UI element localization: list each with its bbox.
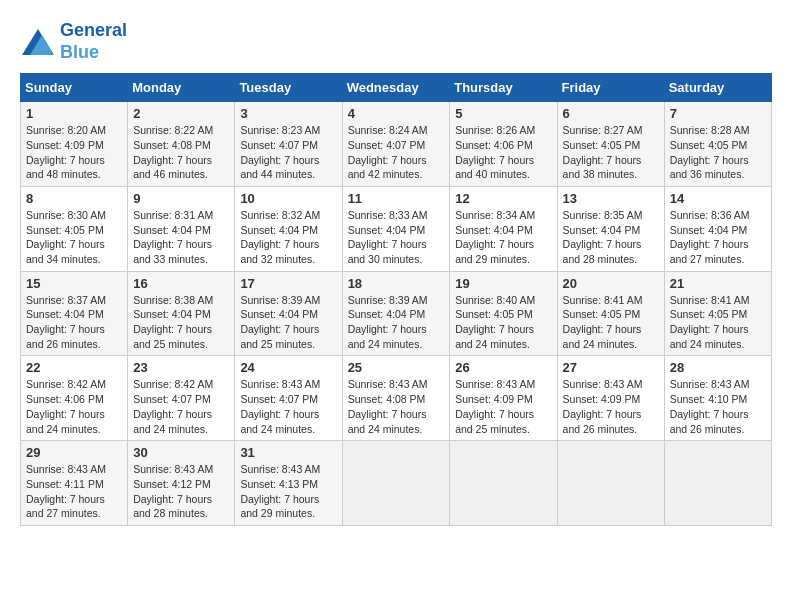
day-number: 4 [348,106,445,121]
calendar-table: SundayMondayTuesdayWednesdayThursdayFrid… [20,73,772,526]
day-info: Sunrise: 8:43 AMSunset: 4:12 PMDaylight:… [133,462,229,521]
day-info: Sunrise: 8:43 AMSunset: 4:09 PMDaylight:… [563,377,659,436]
day-number: 28 [670,360,766,375]
day-number: 3 [240,106,336,121]
day-number: 9 [133,191,229,206]
day-info: Sunrise: 8:27 AMSunset: 4:05 PMDaylight:… [563,123,659,182]
day-number: 7 [670,106,766,121]
day-info: Sunrise: 8:41 AMSunset: 4:05 PMDaylight:… [563,293,659,352]
day-number: 8 [26,191,122,206]
calendar-cell: 9Sunrise: 8:31 AMSunset: 4:04 PMDaylight… [128,186,235,271]
day-number: 5 [455,106,551,121]
logo-text: General Blue [60,20,127,63]
calendar-cell: 25Sunrise: 8:43 AMSunset: 4:08 PMDayligh… [342,356,450,441]
calendar-cell: 2Sunrise: 8:22 AMSunset: 4:08 PMDaylight… [128,102,235,187]
day-info: Sunrise: 8:39 AMSunset: 4:04 PMDaylight:… [348,293,445,352]
calendar-cell: 1Sunrise: 8:20 AMSunset: 4:09 PMDaylight… [21,102,128,187]
calendar-cell: 13Sunrise: 8:35 AMSunset: 4:04 PMDayligh… [557,186,664,271]
day-number: 30 [133,445,229,460]
day-info: Sunrise: 8:38 AMSunset: 4:04 PMDaylight:… [133,293,229,352]
week-row-5: 29Sunrise: 8:43 AMSunset: 4:11 PMDayligh… [21,441,772,526]
calendar-cell: 30Sunrise: 8:43 AMSunset: 4:12 PMDayligh… [128,441,235,526]
day-info: Sunrise: 8:22 AMSunset: 4:08 PMDaylight:… [133,123,229,182]
day-info: Sunrise: 8:34 AMSunset: 4:04 PMDaylight:… [455,208,551,267]
day-info: Sunrise: 8:26 AMSunset: 4:06 PMDaylight:… [455,123,551,182]
calendar-cell: 27Sunrise: 8:43 AMSunset: 4:09 PMDayligh… [557,356,664,441]
calendar-cell [342,441,450,526]
calendar-cell: 10Sunrise: 8:32 AMSunset: 4:04 PMDayligh… [235,186,342,271]
calendar-cell: 17Sunrise: 8:39 AMSunset: 4:04 PMDayligh… [235,271,342,356]
day-number: 29 [26,445,122,460]
day-number: 21 [670,276,766,291]
day-info: Sunrise: 8:37 AMSunset: 4:04 PMDaylight:… [26,293,122,352]
logo: General Blue [20,20,127,63]
calendar-cell [664,441,771,526]
day-info: Sunrise: 8:23 AMSunset: 4:07 PMDaylight:… [240,123,336,182]
day-number: 31 [240,445,336,460]
day-info: Sunrise: 8:35 AMSunset: 4:04 PMDaylight:… [563,208,659,267]
day-info: Sunrise: 8:43 AMSunset: 4:08 PMDaylight:… [348,377,445,436]
day-number: 2 [133,106,229,121]
calendar-cell: 21Sunrise: 8:41 AMSunset: 4:05 PMDayligh… [664,271,771,356]
day-number: 27 [563,360,659,375]
day-header-tuesday: Tuesday [235,74,342,102]
day-header-friday: Friday [557,74,664,102]
day-info: Sunrise: 8:30 AMSunset: 4:05 PMDaylight:… [26,208,122,267]
calendar-cell: 19Sunrise: 8:40 AMSunset: 4:05 PMDayligh… [450,271,557,356]
day-info: Sunrise: 8:43 AMSunset: 4:13 PMDaylight:… [240,462,336,521]
calendar-cell [450,441,557,526]
day-header-saturday: Saturday [664,74,771,102]
day-info: Sunrise: 8:43 AMSunset: 4:11 PMDaylight:… [26,462,122,521]
day-info: Sunrise: 8:40 AMSunset: 4:05 PMDaylight:… [455,293,551,352]
calendar-cell: 23Sunrise: 8:42 AMSunset: 4:07 PMDayligh… [128,356,235,441]
day-info: Sunrise: 8:42 AMSunset: 4:06 PMDaylight:… [26,377,122,436]
calendar-cell: 20Sunrise: 8:41 AMSunset: 4:05 PMDayligh… [557,271,664,356]
day-info: Sunrise: 8:28 AMSunset: 4:05 PMDaylight:… [670,123,766,182]
calendar-cell: 11Sunrise: 8:33 AMSunset: 4:04 PMDayligh… [342,186,450,271]
day-number: 25 [348,360,445,375]
day-number: 18 [348,276,445,291]
day-info: Sunrise: 8:24 AMSunset: 4:07 PMDaylight:… [348,123,445,182]
day-number: 12 [455,191,551,206]
calendar-cell: 4Sunrise: 8:24 AMSunset: 4:07 PMDaylight… [342,102,450,187]
day-info: Sunrise: 8:32 AMSunset: 4:04 PMDaylight:… [240,208,336,267]
week-row-3: 15Sunrise: 8:37 AMSunset: 4:04 PMDayligh… [21,271,772,356]
calendar-cell: 26Sunrise: 8:43 AMSunset: 4:09 PMDayligh… [450,356,557,441]
day-header-wednesday: Wednesday [342,74,450,102]
day-number: 16 [133,276,229,291]
day-header-thursday: Thursday [450,74,557,102]
day-info: Sunrise: 8:36 AMSunset: 4:04 PMDaylight:… [670,208,766,267]
calendar-cell: 5Sunrise: 8:26 AMSunset: 4:06 PMDaylight… [450,102,557,187]
day-info: Sunrise: 8:43 AMSunset: 4:09 PMDaylight:… [455,377,551,436]
calendar-cell: 3Sunrise: 8:23 AMSunset: 4:07 PMDaylight… [235,102,342,187]
calendar-cell: 16Sunrise: 8:38 AMSunset: 4:04 PMDayligh… [128,271,235,356]
day-number: 23 [133,360,229,375]
week-row-1: 1Sunrise: 8:20 AMSunset: 4:09 PMDaylight… [21,102,772,187]
day-number: 13 [563,191,659,206]
day-number: 6 [563,106,659,121]
calendar-cell: 8Sunrise: 8:30 AMSunset: 4:05 PMDaylight… [21,186,128,271]
day-number: 15 [26,276,122,291]
week-row-2: 8Sunrise: 8:30 AMSunset: 4:05 PMDaylight… [21,186,772,271]
day-info: Sunrise: 8:20 AMSunset: 4:09 PMDaylight:… [26,123,122,182]
day-number: 1 [26,106,122,121]
day-number: 26 [455,360,551,375]
calendar-cell: 18Sunrise: 8:39 AMSunset: 4:04 PMDayligh… [342,271,450,356]
calendar-cell: 6Sunrise: 8:27 AMSunset: 4:05 PMDaylight… [557,102,664,187]
day-number: 20 [563,276,659,291]
day-info: Sunrise: 8:42 AMSunset: 4:07 PMDaylight:… [133,377,229,436]
calendar-cell: 22Sunrise: 8:42 AMSunset: 4:06 PMDayligh… [21,356,128,441]
day-number: 11 [348,191,445,206]
day-info: Sunrise: 8:43 AMSunset: 4:07 PMDaylight:… [240,377,336,436]
week-row-4: 22Sunrise: 8:42 AMSunset: 4:06 PMDayligh… [21,356,772,441]
calendar-cell: 31Sunrise: 8:43 AMSunset: 4:13 PMDayligh… [235,441,342,526]
day-number: 24 [240,360,336,375]
day-info: Sunrise: 8:31 AMSunset: 4:04 PMDaylight:… [133,208,229,267]
page-header: General Blue [20,20,772,63]
calendar-cell: 7Sunrise: 8:28 AMSunset: 4:05 PMDaylight… [664,102,771,187]
day-number: 22 [26,360,122,375]
calendar-cell: 14Sunrise: 8:36 AMSunset: 4:04 PMDayligh… [664,186,771,271]
day-number: 10 [240,191,336,206]
day-info: Sunrise: 8:43 AMSunset: 4:10 PMDaylight:… [670,377,766,436]
day-info: Sunrise: 8:39 AMSunset: 4:04 PMDaylight:… [240,293,336,352]
